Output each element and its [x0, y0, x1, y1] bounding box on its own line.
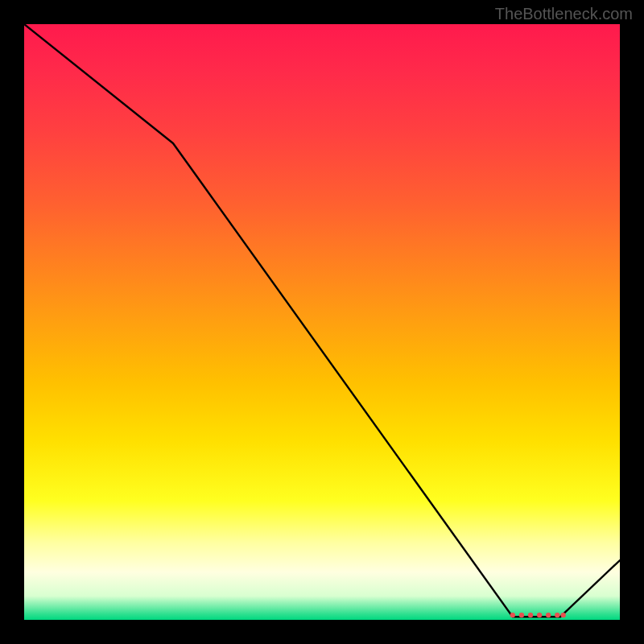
- chart-gradient-background: [24, 24, 620, 620]
- watermark-text: TheBottleneck.com: [495, 5, 633, 23]
